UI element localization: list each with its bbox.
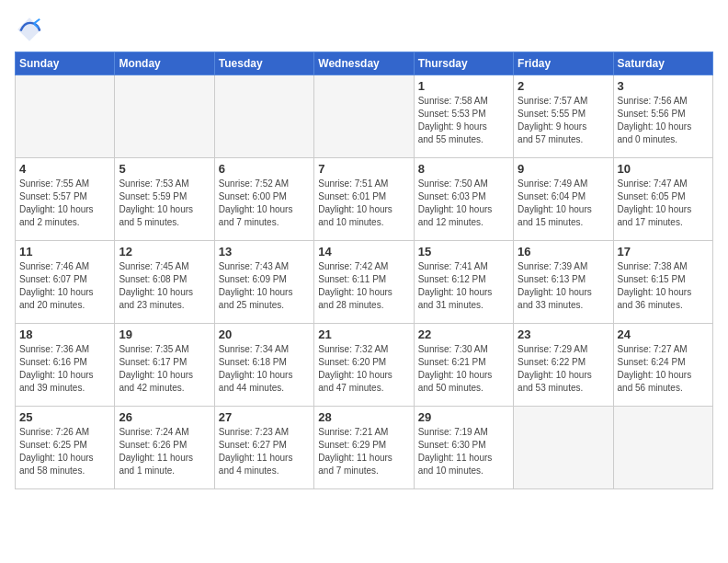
- day-info: Sunrise: 7:55 AM Sunset: 5:57 PM Dayligh…: [19, 178, 110, 229]
- calendar-day-cell: 5Sunrise: 7:53 AM Sunset: 5:59 PM Daylig…: [115, 158, 214, 241]
- calendar-table: SundayMondayTuesdayWednesdayThursdayFrid…: [15, 52, 713, 489]
- calendar-day-cell: 13Sunrise: 7:43 AM Sunset: 6:09 PM Dayli…: [214, 241, 313, 324]
- day-info: Sunrise: 7:50 AM Sunset: 6:03 PM Dayligh…: [418, 178, 509, 229]
- day-number: 8: [418, 162, 509, 176]
- calendar-day-cell: 2Sunrise: 7:57 AM Sunset: 5:55 PM Daylig…: [514, 75, 613, 158]
- day-number: 5: [119, 162, 210, 176]
- day-number: 11: [19, 245, 110, 259]
- calendar-day-cell: 20Sunrise: 7:34 AM Sunset: 6:18 PM Dayli…: [214, 324, 313, 407]
- day-info: Sunrise: 7:45 AM Sunset: 6:08 PM Dayligh…: [119, 260, 210, 312]
- day-info: Sunrise: 7:41 AM Sunset: 6:12 PM Dayligh…: [418, 260, 509, 312]
- day-number: 25: [19, 410, 110, 424]
- day-info: Sunrise: 7:47 AM Sunset: 6:05 PM Dayligh…: [618, 178, 709, 229]
- calendar-day-cell: 10Sunrise: 7:47 AM Sunset: 6:05 PM Dayli…: [613, 158, 712, 241]
- calendar-day-cell: 14Sunrise: 7:42 AM Sunset: 6:11 PM Dayli…: [314, 241, 414, 324]
- calendar-day-cell: 28Sunrise: 7:21 AM Sunset: 6:29 PM Dayli…: [314, 407, 414, 489]
- day-number: 15: [418, 245, 509, 259]
- day-number: 9: [518, 162, 609, 176]
- logo: [15, 15, 48, 44]
- day-number: 28: [318, 410, 409, 424]
- day-number: 29: [418, 410, 509, 424]
- weekday-header-cell: Sunday: [16, 52, 115, 75]
- calendar-day-cell: 7Sunrise: 7:51 AM Sunset: 6:01 PM Daylig…: [314, 158, 414, 241]
- day-number: 13: [219, 245, 310, 259]
- weekday-header-row: SundayMondayTuesdayWednesdayThursdayFrid…: [16, 52, 713, 75]
- calendar-day-cell: [613, 407, 712, 489]
- day-number: 21: [318, 327, 409, 341]
- day-number: 22: [418, 327, 509, 341]
- weekday-header-cell: Wednesday: [314, 52, 414, 75]
- day-info: Sunrise: 7:32 AM Sunset: 6:20 PM Dayligh…: [318, 343, 409, 395]
- day-info: Sunrise: 7:49 AM Sunset: 6:04 PM Dayligh…: [518, 178, 609, 229]
- calendar-day-cell: 16Sunrise: 7:39 AM Sunset: 6:13 PM Dayli…: [514, 241, 613, 324]
- day-number: 10: [618, 162, 709, 176]
- day-info: Sunrise: 7:58 AM Sunset: 5:53 PM Dayligh…: [418, 95, 509, 146]
- day-info: Sunrise: 7:46 AM Sunset: 6:07 PM Dayligh…: [19, 260, 110, 312]
- calendar-day-cell: 1Sunrise: 7:58 AM Sunset: 5:53 PM Daylig…: [414, 75, 513, 158]
- day-info: Sunrise: 7:29 AM Sunset: 6:22 PM Dayligh…: [518, 343, 609, 395]
- day-info: Sunrise: 7:39 AM Sunset: 6:13 PM Dayligh…: [518, 260, 609, 312]
- day-number: 17: [618, 245, 709, 259]
- calendar-day-cell: [115, 75, 214, 158]
- day-info: Sunrise: 7:27 AM Sunset: 6:24 PM Dayligh…: [618, 343, 709, 395]
- day-number: 23: [518, 327, 609, 341]
- day-info: Sunrise: 7:51 AM Sunset: 6:01 PM Dayligh…: [318, 178, 409, 229]
- day-number: 3: [618, 79, 709, 93]
- calendar-day-cell: 24Sunrise: 7:27 AM Sunset: 6:24 PM Dayli…: [613, 324, 712, 407]
- calendar-day-cell: 22Sunrise: 7:30 AM Sunset: 6:21 PM Dayli…: [414, 324, 513, 407]
- day-info: Sunrise: 7:19 AM Sunset: 6:30 PM Dayligh…: [418, 426, 509, 477]
- calendar-week-row: 4Sunrise: 7:55 AM Sunset: 5:57 PM Daylig…: [16, 158, 713, 241]
- calendar-day-cell: 17Sunrise: 7:38 AM Sunset: 6:15 PM Dayli…: [613, 241, 712, 324]
- calendar-day-cell: 4Sunrise: 7:55 AM Sunset: 5:57 PM Daylig…: [16, 158, 115, 241]
- day-info: Sunrise: 7:36 AM Sunset: 6:16 PM Dayligh…: [19, 343, 110, 395]
- day-number: 12: [119, 245, 210, 259]
- calendar-week-row: 18Sunrise: 7:36 AM Sunset: 6:16 PM Dayli…: [16, 324, 713, 407]
- calendar-week-row: 1Sunrise: 7:58 AM Sunset: 5:53 PM Daylig…: [16, 75, 713, 158]
- day-info: Sunrise: 7:38 AM Sunset: 6:15 PM Dayligh…: [618, 260, 709, 312]
- weekday-header-cell: Tuesday: [214, 52, 313, 75]
- day-number: 16: [518, 245, 609, 259]
- calendar-week-row: 11Sunrise: 7:46 AM Sunset: 6:07 PM Dayli…: [16, 241, 713, 324]
- day-info: Sunrise: 7:35 AM Sunset: 6:17 PM Dayligh…: [119, 343, 210, 395]
- calendar-header: SundayMondayTuesdayWednesdayThursdayFrid…: [16, 52, 713, 75]
- day-number: 2: [518, 79, 609, 93]
- calendar-day-cell: 12Sunrise: 7:45 AM Sunset: 6:08 PM Dayli…: [115, 241, 214, 324]
- day-info: Sunrise: 7:52 AM Sunset: 6:00 PM Dayligh…: [219, 178, 310, 229]
- day-number: 14: [318, 245, 409, 259]
- calendar-week-row: 25Sunrise: 7:26 AM Sunset: 6:25 PM Dayli…: [16, 407, 713, 489]
- day-number: 18: [19, 327, 110, 341]
- calendar-day-cell: 11Sunrise: 7:46 AM Sunset: 6:07 PM Dayli…: [16, 241, 115, 324]
- calendar-day-cell: 25Sunrise: 7:26 AM Sunset: 6:25 PM Dayli…: [16, 407, 115, 489]
- calendar-body: 1Sunrise: 7:58 AM Sunset: 5:53 PM Daylig…: [16, 75, 713, 489]
- calendar-day-cell: 9Sunrise: 7:49 AM Sunset: 6:04 PM Daylig…: [514, 158, 613, 241]
- day-info: Sunrise: 7:56 AM Sunset: 5:56 PM Dayligh…: [618, 95, 709, 146]
- day-info: Sunrise: 7:34 AM Sunset: 6:18 PM Dayligh…: [219, 343, 310, 395]
- day-number: 4: [19, 162, 110, 176]
- calendar-day-cell: [16, 75, 115, 158]
- day-info: Sunrise: 7:53 AM Sunset: 5:59 PM Dayligh…: [119, 178, 210, 229]
- page-header: [15, 15, 713, 44]
- day-number: 26: [119, 410, 210, 424]
- day-info: Sunrise: 7:43 AM Sunset: 6:09 PM Dayligh…: [219, 260, 310, 312]
- weekday-header-cell: Thursday: [414, 52, 513, 75]
- day-info: Sunrise: 7:57 AM Sunset: 5:55 PM Dayligh…: [518, 95, 609, 146]
- calendar-day-cell: 8Sunrise: 7:50 AM Sunset: 6:03 PM Daylig…: [414, 158, 513, 241]
- calendar-day-cell: [214, 75, 313, 158]
- day-number: 27: [219, 410, 310, 424]
- calendar-day-cell: 27Sunrise: 7:23 AM Sunset: 6:27 PM Dayli…: [214, 407, 313, 489]
- day-info: Sunrise: 7:23 AM Sunset: 6:27 PM Dayligh…: [219, 426, 310, 477]
- weekday-header-cell: Saturday: [613, 52, 712, 75]
- calendar-day-cell: 6Sunrise: 7:52 AM Sunset: 6:00 PM Daylig…: [214, 158, 313, 241]
- day-number: 24: [618, 327, 709, 341]
- calendar-day-cell: 3Sunrise: 7:56 AM Sunset: 5:56 PM Daylig…: [613, 75, 712, 158]
- day-info: Sunrise: 7:26 AM Sunset: 6:25 PM Dayligh…: [19, 426, 110, 477]
- calendar-day-cell: 29Sunrise: 7:19 AM Sunset: 6:30 PM Dayli…: [414, 407, 513, 489]
- day-number: 1: [418, 79, 509, 93]
- calendar-day-cell: 18Sunrise: 7:36 AM Sunset: 6:16 PM Dayli…: [16, 324, 115, 407]
- day-number: 19: [119, 327, 210, 341]
- calendar-day-cell: [514, 407, 613, 489]
- day-info: Sunrise: 7:30 AM Sunset: 6:21 PM Dayligh…: [418, 343, 509, 395]
- calendar-day-cell: 26Sunrise: 7:24 AM Sunset: 6:26 PM Dayli…: [115, 407, 214, 489]
- logo-icon: [15, 15, 44, 44]
- calendar-day-cell: [314, 75, 414, 158]
